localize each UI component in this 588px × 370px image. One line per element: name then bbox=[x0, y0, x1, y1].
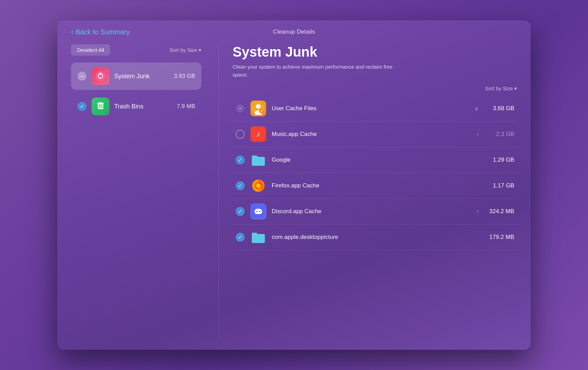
svg-text:♪: ♪ bbox=[257, 130, 260, 138]
right-toolbar: Sort by Size ▾ bbox=[233, 85, 517, 92]
svg-rect-4 bbox=[99, 102, 102, 103]
detail-size: 324.2 MB bbox=[487, 208, 514, 215]
detail-list: − User Cache Files ∨ 3.68 GB bbox=[233, 96, 517, 250]
detail-item[interactable]: ♪ Music.app Cache › 2.3 GB bbox=[233, 122, 517, 147]
item-size: 3.93 GB bbox=[174, 73, 195, 80]
list-item[interactable]: − System Junk 3.93 GB bbox=[71, 62, 201, 90]
user-cache-icon bbox=[250, 101, 266, 116]
detail-size: 1.17 GB bbox=[487, 182, 514, 189]
item-name: Trash Bins bbox=[114, 103, 172, 110]
svg-point-11 bbox=[259, 108, 264, 113]
check-icon: ✓ bbox=[236, 181, 245, 190]
vertical-divider bbox=[219, 44, 219, 339]
minus-circle: − bbox=[78, 72, 86, 81]
detail-item[interactable]: ✓ Firefox.app Cache 1.17 GB bbox=[233, 173, 517, 199]
right-panel: System Junk Clean your system to achieve… bbox=[233, 44, 517, 339]
check-circle: ✓ bbox=[78, 102, 86, 111]
svg-point-18 bbox=[256, 211, 258, 212]
svg-point-1 bbox=[99, 73, 102, 75]
section-title: System Junk bbox=[233, 44, 517, 60]
chevron-down-icon: ∨ bbox=[474, 105, 479, 112]
back-label: Back to Summary bbox=[75, 28, 130, 36]
detail-item[interactable]: − User Cache Files ∨ 3.68 GB bbox=[233, 96, 517, 122]
check-icon: ✓ bbox=[236, 155, 245, 164]
minus-icon: − bbox=[236, 104, 244, 113]
detail-check: ✓ bbox=[235, 207, 245, 216]
list-item[interactable]: ✓ Trash Bins 7.9 MB bbox=[71, 93, 201, 120]
svg-point-9 bbox=[256, 104, 261, 109]
music-icon: ♪ bbox=[250, 126, 266, 142]
chevron-right-icon: › bbox=[477, 208, 479, 215]
detail-partial-check: − bbox=[235, 104, 245, 113]
chevron-right-icon: › bbox=[477, 131, 479, 137]
right-header: System Junk Clean your system to achieve… bbox=[233, 44, 517, 79]
detail-name: User Cache Files bbox=[272, 105, 469, 112]
detail-check: ✓ bbox=[235, 232, 245, 242]
left-sort-button[interactable]: Sort by Size ▾ bbox=[169, 47, 201, 53]
back-chevron-icon: ‹ bbox=[71, 28, 73, 36]
list-items: − System Junk 3.93 GB ✓ bbox=[71, 62, 201, 120]
svg-point-16 bbox=[256, 184, 260, 188]
detail-name: Google bbox=[272, 157, 481, 163]
detail-check: ✓ bbox=[235, 155, 245, 165]
check-icon: ✓ bbox=[77, 102, 87, 111]
discord-icon bbox=[250, 204, 266, 219]
detail-item[interactable]: ✓ com.apple.desktoppicture 179.2 MB bbox=[233, 224, 517, 250]
detail-name: Discord.app Cache bbox=[272, 208, 471, 215]
firefox-icon bbox=[250, 178, 266, 194]
detail-size: 3.68 GB bbox=[487, 105, 514, 112]
header-title: Cleanup Details bbox=[273, 28, 315, 35]
item-size: 7.9 MB bbox=[177, 103, 195, 110]
detail-item[interactable]: ✓ Discord.app Cache › 324.2 MB bbox=[233, 199, 517, 224]
left-panel: Deselect All Sort by Size ▾ − bbox=[71, 44, 201, 339]
main-content: Deselect All Sort by Size ▾ − bbox=[57, 41, 531, 350]
detail-check: ✓ bbox=[235, 181, 245, 190]
check-icon: ✓ bbox=[236, 233, 245, 242]
detail-size: 1.29 GB bbox=[487, 157, 514, 163]
folder-icon bbox=[250, 152, 266, 168]
svg-point-19 bbox=[259, 211, 260, 212]
detail-name: Music.app Cache bbox=[272, 131, 471, 138]
detail-name: com.apple.desktoppicture bbox=[272, 234, 481, 241]
detail-name: Firefox.app Cache bbox=[272, 182, 481, 189]
section-desc: Clean your system to achieve maximum per… bbox=[233, 63, 397, 79]
back-button[interactable]: ‹ Back to Summary bbox=[71, 28, 130, 36]
check-icon: ✓ bbox=[236, 207, 245, 216]
system-junk-icon bbox=[92, 67, 109, 85]
detail-item[interactable]: ✓ Google 1.29 GB bbox=[233, 147, 517, 173]
header: ‹ Back to Summary Cleanup Details bbox=[57, 20, 531, 41]
item-name: System Junk bbox=[114, 73, 169, 80]
main-window: ‹ Back to Summary Cleanup Details Desele… bbox=[57, 20, 531, 350]
circle-outline-icon bbox=[236, 130, 245, 139]
partial-check-icon: − bbox=[77, 71, 87, 81]
left-toolbar: Deselect All Sort by Size ▾ bbox=[71, 44, 201, 56]
deselect-all-button[interactable]: Deselect All bbox=[71, 44, 110, 56]
detail-size: 179.2 MB bbox=[487, 234, 514, 241]
folder-icon bbox=[250, 229, 266, 245]
detail-size: 2.3 GB bbox=[487, 131, 514, 138]
right-sort-button[interactable]: Sort by Size ▾ bbox=[485, 85, 517, 92]
detail-no-check bbox=[235, 129, 245, 139]
trash-icon bbox=[92, 97, 109, 115]
